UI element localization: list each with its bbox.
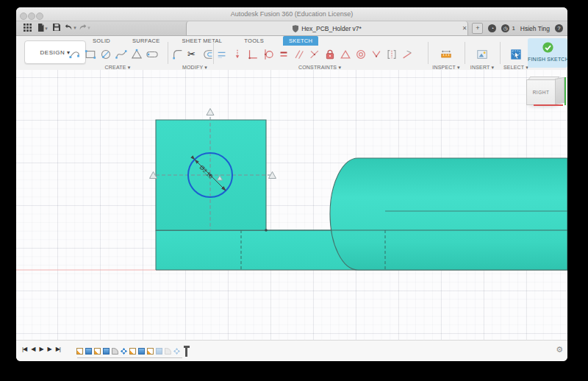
- tab-tools[interactable]: TOOLS: [241, 37, 267, 45]
- help-icon[interactable]: ?: [555, 24, 563, 32]
- group-constraints: CONSTRAINTS ▾: [216, 45, 423, 71]
- viewcube-side-face[interactable]: [555, 77, 564, 104]
- ribbon-tabs: SOLID SURFACE SHEET METAL TOOLS SKETCH: [90, 36, 318, 45]
- group-select: SELECT ▾: [502, 45, 530, 71]
- document-tab-name: Hex_PCB_Holder v7*: [301, 25, 362, 32]
- finish-sketch-label: FINISH SKETCH ▾: [528, 57, 567, 63]
- polygon-tool-icon[interactable]: [131, 49, 143, 60]
- trim-tool-icon[interactable]: ✂: [187, 49, 199, 60]
- appbar-right-cluster: ✕ + ◔ ◷ 1 Hsieh Ting ?: [462, 21, 567, 35]
- symmetry-constraint-icon[interactable]: [386, 49, 398, 60]
- ribbon-divider: [500, 42, 501, 64]
- sketch-canvas[interactable]: Ø2.10 RIGHT: [16, 70, 567, 340]
- document-tab[interactable]: Hex_PCB_Holder v7*: [186, 21, 468, 35]
- viewcube[interactable]: RIGHT: [523, 76, 567, 111]
- tab-solid[interactable]: SOLID: [90, 37, 113, 45]
- app-toolbar: ▼ ▼ ▼ Hex_PCB_Holder v7* ✕ + ◔ ◷ 1 Hsieh…: [16, 21, 567, 36]
- step-back-button[interactable]: ◀: [31, 346, 35, 352]
- ribbon-toolbar: DESIGN ▾ SOLID SURFACE SHEET METAL TOOLS…: [16, 36, 567, 71]
- document-icon: [293, 25, 298, 32]
- group-create: CREATE ▾: [69, 45, 166, 71]
- titlebar: Autodesk Fusion 360 (Education License): [16, 7, 567, 21]
- file-menu-icon[interactable]: ▼: [37, 24, 49, 34]
- sketch-geometry: Ø2.10: [16, 70, 567, 340]
- step-forward-button[interactable]: ▶: [48, 346, 51, 352]
- tangent-constraint-icon[interactable]: [262, 49, 274, 60]
- circle-tool-icon[interactable]: [100, 49, 112, 60]
- redo-icon[interactable]: ▼: [79, 24, 91, 33]
- slot-tool-icon[interactable]: [146, 49, 158, 60]
- tab-sheet-metal[interactable]: SHEET METAL: [179, 37, 226, 45]
- insert-image-icon[interactable]: [476, 49, 488, 60]
- timeline-feature-sketch-icon[interactable]: [147, 348, 154, 355]
- concentric-constraint-icon[interactable]: [355, 49, 367, 60]
- ribbon-divider: [428, 42, 429, 64]
- perpendicular-constraint-icon[interactable]: [247, 49, 259, 60]
- timeline-feature-strip: [76, 346, 187, 357]
- rectangle-tool-icon[interactable]: [85, 49, 96, 60]
- timeline-feature-sketch-icon[interactable]: [76, 348, 83, 355]
- fix-constraint-lock-icon[interactable]: [324, 49, 336, 60]
- timeline-playhead[interactable]: [185, 346, 187, 357]
- coincident-constraint-icon[interactable]: [232, 49, 243, 60]
- play-button[interactable]: ▶: [39, 346, 43, 352]
- timeline-feature-fillet-icon[interactable]: [112, 348, 118, 355]
- finish-check-icon: [542, 41, 554, 54]
- tab-sketch[interactable]: SKETCH: [283, 36, 318, 46]
- ribbon-divider: [213, 42, 214, 64]
- measure-tool-icon[interactable]: [440, 49, 452, 60]
- new-tab-button[interactable]: +: [472, 23, 483, 34]
- group-modify: ✂ MODIFY ▾: [172, 45, 218, 71]
- finish-sketch-button[interactable]: FINISH SKETCH ▾: [528, 38, 567, 68]
- timeline-feature-extrude-icon[interactable]: [85, 348, 92, 355]
- group-inspect: INSPECT ▾: [431, 45, 462, 71]
- timeline-group-bracket: [77, 357, 182, 358]
- notification-count: 1: [512, 25, 514, 32]
- timeline-feature-pattern-icon[interactable]: [173, 348, 180, 355]
- go-to-end-button[interactable]: ▶|: [56, 346, 60, 352]
- go-to-start-button[interactable]: |◀: [22, 346, 26, 352]
- fillet-tool-icon[interactable]: [172, 49, 184, 60]
- y-axis-indicator: [564, 77, 566, 105]
- ribbon-divider: [465, 42, 465, 64]
- symmetry-point-constraint-icon[interactable]: [370, 49, 382, 60]
- job-status-icon[interactable]: ◔: [488, 24, 496, 32]
- line-tool-icon[interactable]: [69, 49, 81, 60]
- tab-surface[interactable]: SURFACE: [129, 37, 163, 45]
- parallel-constraint-icon[interactable]: [293, 49, 305, 60]
- undo-icon[interactable]: ▼: [65, 24, 77, 33]
- window-title: Autodesk Fusion 360 (Education License): [16, 10, 567, 18]
- timeline-bar: |◀ ◀ ▶ ▶ ▶| ⚙: [16, 340, 567, 361]
- settings-gear-icon[interactable]: ⚙: [556, 345, 563, 355]
- curvature-constraint-icon[interactable]: [401, 49, 413, 60]
- screenshot-background: Autodesk Fusion 360 (Education License) …: [0, 0, 588, 381]
- horizontal-vertical-constraint-icon[interactable]: [216, 49, 228, 60]
- timeline-feature-sketch-icon[interactable]: [94, 348, 101, 355]
- cylinder-body[interactable]: [330, 158, 567, 270]
- notification-icon[interactable]: ◷: [501, 24, 509, 32]
- timeline-feature-pattern-icon[interactable]: [121, 348, 127, 355]
- timeline-feature-fillet-icon[interactable]: [165, 348, 171, 355]
- select-tool-icon[interactable]: [510, 49, 522, 60]
- midpoint-constraint-icon[interactable]: [309, 49, 320, 60]
- timeline-playback-controls: |◀ ◀ ▶ ▶ ▶|: [22, 346, 60, 352]
- timeline-feature-extrude-icon[interactable]: [138, 348, 145, 355]
- fusion360-window: Autodesk Fusion 360 (Education License) …: [16, 7, 567, 361]
- spline-tool-icon[interactable]: [115, 49, 127, 60]
- timeline-feature-extrude-icon[interactable]: [103, 348, 110, 355]
- equal-constraint-icon[interactable]: [278, 49, 290, 60]
- timeline-feature-extrude-icon[interactable]: [156, 348, 162, 355]
- sketch-point[interactable]: [265, 229, 268, 232]
- x-axis-indicator: [534, 104, 563, 106]
- group-insert: INSERT ▾: [467, 45, 497, 71]
- timeline-feature-sketch-icon[interactable]: [129, 348, 136, 355]
- viewcube-front-face[interactable]: RIGHT: [526, 79, 556, 105]
- save-icon[interactable]: [53, 24, 60, 33]
- user-name[interactable]: Hsieh Ting: [520, 25, 550, 32]
- app-grid-icon[interactable]: [24, 24, 32, 34]
- close-tab-icon[interactable]: ✕: [462, 25, 467, 32]
- collinear-constraint-icon[interactable]: [340, 49, 351, 60]
- ribbon-divider: [168, 42, 168, 64]
